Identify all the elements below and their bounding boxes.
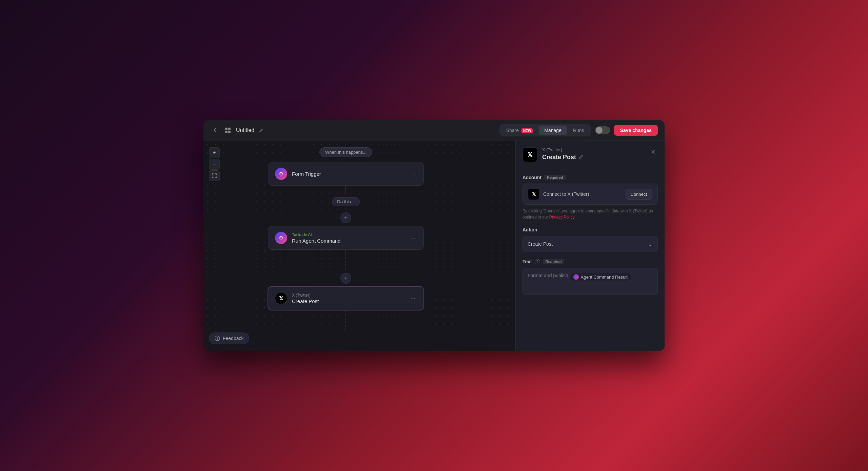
panel-close-button[interactable]: ✕ — [648, 147, 658, 157]
edit-title-icon[interactable] — [258, 127, 264, 134]
svg-point-8 — [280, 237, 281, 238]
add-step-button-2[interactable]: + — [340, 273, 351, 284]
back-button[interactable] — [210, 126, 220, 135]
panel-header: 𝕏 X (Twitter) Create Post ✕ — [516, 140, 665, 168]
svg-point-9 — [282, 237, 283, 238]
create-post-menu[interactable]: ··· — [409, 294, 417, 303]
trigger-label: When this happens... — [319, 147, 372, 157]
account-required-badge: Required — [544, 175, 566, 180]
privacy-text: By clicking 'Connect', you agree to shar… — [522, 208, 658, 220]
form-trigger-info: Form Trigger — [292, 171, 404, 177]
text-field-prefix: Format and publish — [528, 273, 568, 278]
workflow-content: When this happens... Form Trigger — [264, 147, 427, 331]
svg-rect-1 — [228, 128, 231, 130]
feedback-label: Feedback — [223, 336, 243, 341]
zoom-in-button[interactable]: + — [209, 147, 220, 158]
svg-point-7 — [278, 234, 284, 241]
privacy-policy-link[interactable]: Privacy Policy — [549, 215, 575, 220]
connect-account-row: 𝕏 Connect to X (Twitter) Connect — [522, 184, 658, 205]
connect-x-icon: 𝕏 — [528, 189, 539, 200]
save-changes-button[interactable]: Save changes — [614, 125, 658, 136]
header: Untitled Share NEW Manage Runs Save chan… — [203, 120, 665, 140]
action-dropdown[interactable]: Create Post ⌄ — [522, 236, 658, 252]
header-left: Untitled — [210, 126, 495, 135]
connector-1 — [346, 186, 346, 194]
svg-point-6 — [282, 173, 283, 174]
panel-title-area: X (Twitter) Create Post — [542, 147, 644, 161]
chevron-down-icon: ⌄ — [648, 240, 653, 248]
canvas: + − When this happens... — [203, 140, 515, 351]
text-required-badge: Required — [543, 259, 565, 264]
run-agent-node[interactable]: Taskade AI Run Agent Command ··· — [268, 226, 424, 250]
connect-row-text: Connect to X (Twitter) — [543, 191, 622, 197]
account-section: Account Required 𝕏 Connect to X (Twitter… — [522, 175, 658, 220]
run-agent-menu[interactable]: ··· — [409, 233, 417, 243]
tab-share[interactable]: Share NEW — [501, 126, 538, 135]
workflow-icon — [223, 126, 233, 135]
main-area: + − When this happens... — [203, 140, 665, 351]
tab-runs[interactable]: Runs — [568, 126, 590, 135]
form-trigger-title: Form Trigger — [292, 171, 404, 177]
form-trigger-node[interactable]: Form Trigger ··· — [268, 162, 424, 186]
tab-manage[interactable]: Manage — [539, 126, 567, 135]
svg-rect-0 — [225, 128, 228, 130]
create-post-info: X (Twitter) Create Post — [292, 293, 404, 304]
chip-taskade-icon — [573, 274, 579, 280]
add-step-button-1[interactable]: + — [340, 212, 351, 223]
help-icon[interactable]: ? — [535, 259, 540, 264]
run-agent-title: Run Agent Command — [292, 238, 404, 244]
run-agent-info: Taskade AI Run Agent Command — [292, 232, 404, 244]
agent-command-chip: Agent Command Result — [570, 273, 631, 281]
create-post-node[interactable]: 𝕏 X (Twitter) Create Post ··· — [268, 286, 424, 310]
text-field[interactable]: Format and publish Agent Command Result — [522, 268, 658, 295]
text-section: Text ? Required Format and publish Agent… — [522, 259, 658, 295]
panel-service-icon: 𝕏 — [522, 147, 537, 162]
panel-service-name: X (Twitter) — [542, 147, 644, 152]
canvas-controls: + − — [209, 147, 220, 181]
account-label: Account Required — [522, 175, 658, 180]
run-agent-icon — [275, 232, 287, 244]
connect-button[interactable]: Connect — [626, 189, 652, 200]
new-badge: NEW — [521, 128, 533, 133]
connector-dashed-2 — [346, 310, 346, 331]
svg-point-5 — [280, 173, 281, 174]
toggle-switch[interactable] — [595, 126, 610, 134]
panel-action-title: Create Post — [542, 154, 644, 161]
action-selected-value: Create Post — [528, 241, 553, 247]
create-post-provider: X (Twitter) — [292, 293, 404, 298]
create-post-icon: 𝕏 — [275, 292, 287, 304]
svg-point-4 — [278, 170, 284, 177]
header-right: Save changes — [595, 125, 658, 136]
toggle-knob — [596, 127, 603, 134]
zoom-out-button[interactable]: − — [209, 159, 220, 170]
form-trigger-icon — [275, 168, 287, 180]
tab-bar: Share NEW Manage Runs — [499, 124, 591, 136]
create-post-title: Create Post — [292, 298, 404, 304]
feedback-button[interactable]: Feedback — [209, 333, 249, 344]
action-section: Action Create Post ⌄ — [522, 227, 658, 252]
right-panel: 𝕏 X (Twitter) Create Post ✕ — [515, 140, 665, 351]
do-this-label: Do this... — [332, 197, 359, 206]
text-label: Text ? Required — [522, 259, 658, 264]
action-label: Action — [522, 227, 658, 232]
workflow-title: Untitled — [236, 127, 254, 133]
panel-edit-icon[interactable] — [579, 154, 584, 160]
app-window: Untitled Share NEW Manage Runs Save chan… — [203, 120, 665, 351]
form-trigger-menu[interactable]: ··· — [409, 169, 417, 179]
fit-screen-button[interactable] — [209, 170, 220, 181]
svg-rect-3 — [228, 131, 231, 133]
panel-body: Account Required 𝕏 Connect to X (Twitter… — [516, 168, 665, 302]
svg-rect-2 — [225, 131, 228, 133]
connector-dashed-1 — [346, 250, 346, 270]
run-agent-provider: Taskade AI — [292, 232, 404, 237]
